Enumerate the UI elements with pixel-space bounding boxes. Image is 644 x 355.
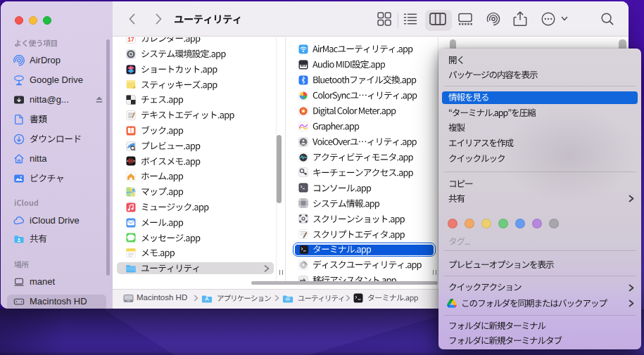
svg-text:17: 17	[127, 37, 134, 43]
